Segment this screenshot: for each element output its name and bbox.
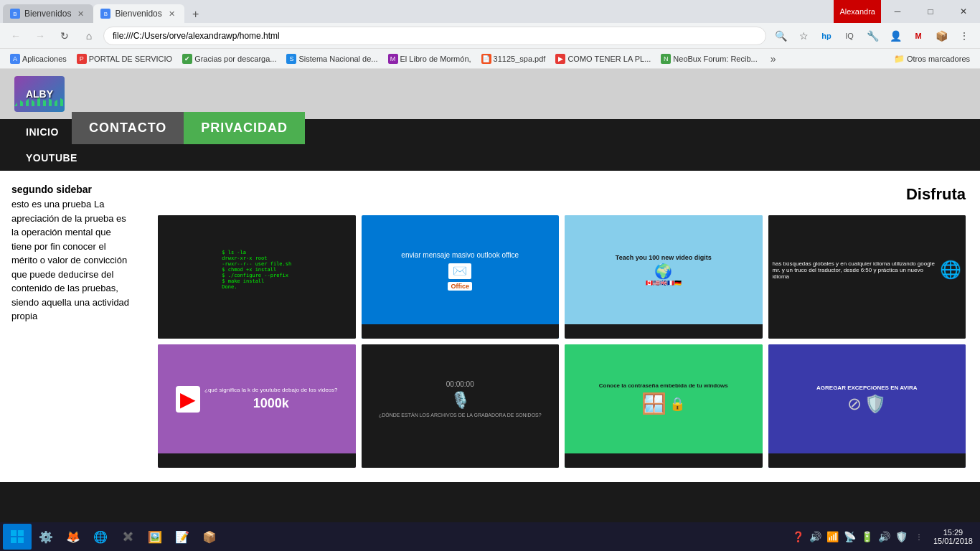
video-thumb-translator[interactable]: has búsquedas globales y en cualquier id… bbox=[768, 215, 966, 339]
tab-1-label: Bienvenidos bbox=[24, 9, 71, 19]
maximize-button[interactable]: □ bbox=[914, 0, 947, 23]
site-nav: INICIO YOUTUBE CONTACTO PRIVACIDAD bbox=[0, 119, 980, 171]
bookmark-gracias[interactable]: ✔ Gracias por descarga... bbox=[178, 52, 281, 65]
audio-time: 00:00:00 bbox=[446, 380, 474, 388]
bookmark-label-6: 31125_spa.pdf bbox=[494, 55, 546, 63]
video-thumb-audio[interactable]: 00:00:00 🎙️ ¿DÓNDE ESTÁN LOS ARCHIVOS DE… bbox=[362, 344, 560, 468]
other-bookmarks-label: Otros marcadores bbox=[907, 55, 970, 63]
video-thumb-windows[interactable]: Conoce la contraseña embebida de tu wind… bbox=[565, 344, 763, 468]
video-thumb-map[interactable]: Teach you 100 new video digits 🌍 🇨🇦🇺🇸🇬🇧🇫… bbox=[565, 215, 763, 339]
toolbar-icons: 🔍 ☆ hp IQ 🔧 👤 M 📦 ⋮ bbox=[771, 26, 974, 46]
search-icon[interactable]: 🔍 bbox=[771, 26, 791, 46]
bookmark-label-3: Gracias por descarga... bbox=[194, 55, 276, 63]
avira-text: AGREGAR EXCEPCIONES EN AVIRA bbox=[816, 385, 917, 391]
address-bar: ← → ↻ ⌂ 🔍 ☆ hp IQ 🔧 👤 M 📦 ⋮ bbox=[0, 23, 980, 49]
bookmark-favicon-3: ✔ bbox=[182, 54, 192, 64]
gmail-icon[interactable]: M bbox=[908, 26, 928, 46]
svg-rect-0 bbox=[11, 530, 17, 536]
thumb-avira-bar bbox=[768, 453, 966, 468]
reload-button[interactable]: ↻ bbox=[55, 26, 75, 46]
taskbar-clock[interactable]: 15:29 15/01/2018 bbox=[929, 528, 977, 537]
office-icon: enviar mensaje masivo outlook office bbox=[400, 250, 520, 260]
browser-titlebar: B Bienvenidos ✕ B Bienvenidos ✕ + Alexan… bbox=[0, 0, 980, 23]
clock-time: 15:29 bbox=[943, 528, 963, 537]
taskbar-editor[interactable]: 📝 bbox=[169, 524, 195, 537]
bookmark-portal[interactable]: P PORTAL DE SERVICIO bbox=[72, 52, 176, 65]
bookmark-pdf[interactable]: 📄 31125_spa.pdf bbox=[477, 52, 550, 65]
taskbar: ⚙️ 🦊 🌐 ✖️ 🖼️ 📝 📦 ❓ 🔊 📶 📡 🔋 🔊 🛡️ ⋮ 15:29 … bbox=[0, 522, 980, 537]
taskbar-xampp[interactable]: ✖️ bbox=[115, 524, 141, 537]
thumb-audio-bar bbox=[362, 453, 560, 468]
tab-1-close[interactable]: ✕ bbox=[75, 9, 86, 19]
bookmark-favicon-7: ▶ bbox=[555, 54, 565, 64]
bookmark-neobux[interactable]: N NeoBux Forum: Recib... bbox=[656, 52, 761, 65]
ext3-icon[interactable]: 📦 bbox=[931, 26, 951, 46]
tab-1-favicon: B bbox=[10, 9, 20, 19]
page-content: ALBY INICIO YOUTUBE CONTACTO PRIVACIDAD … bbox=[0, 69, 980, 522]
other-bookmarks[interactable]: 📁 Otros marcadores bbox=[890, 52, 974, 65]
video-thumb-youtube[interactable]: ▶ ¿qué significa la k de youtube debajo … bbox=[158, 344, 356, 468]
speakers-icon[interactable]: 🔊 bbox=[809, 529, 823, 537]
home-button[interactable]: ⌂ bbox=[79, 26, 99, 46]
nav-inicio[interactable]: INICIO bbox=[14, 119, 70, 145]
more-bookmarks-icon[interactable]: » bbox=[763, 49, 783, 69]
bookmark-label-2: PORTAL DE SERVICIO bbox=[89, 55, 172, 63]
bookmark-star-icon[interactable]: ☆ bbox=[793, 26, 814, 46]
user-avatar-icon[interactable]: 👤 bbox=[885, 26, 905, 46]
signal-icon[interactable]: 📶 bbox=[826, 529, 840, 537]
taskbar-chrome[interactable]: 🌐 bbox=[88, 524, 113, 537]
bookmark-favicon-1: A bbox=[10, 54, 20, 64]
hp-icon[interactable]: hp bbox=[816, 26, 837, 46]
user-badge: Alexandra bbox=[834, 0, 881, 23]
tab-1[interactable]: B Bienvenidos ✕ bbox=[3, 4, 93, 23]
video-thumb-avira[interactable]: AGREGAR EXCEPCIONES EN AVIRA ⊘ 🛡️ bbox=[768, 344, 966, 468]
antivirus-icon[interactable]: 🛡️ bbox=[895, 529, 909, 537]
bookmark-aplicaciones[interactable]: A Aplicaciones bbox=[6, 52, 71, 65]
forward-button[interactable]: → bbox=[30, 26, 50, 46]
privacidad-button[interactable]: PRIVACIDAD bbox=[184, 112, 305, 144]
battery-icon[interactable]: 🔋 bbox=[860, 529, 875, 537]
taskbar-settings[interactable]: ⚙️ bbox=[33, 524, 59, 537]
taskbar-firefox[interactable]: 🦊 bbox=[60, 524, 86, 537]
tab-2-close[interactable]: ✕ bbox=[166, 9, 177, 19]
audio-text: ¿DÓNDE ESTÁN LOS ARCHIVOS DE LA GRABADOR… bbox=[379, 413, 542, 418]
tab-2[interactable]: B Bienvenidos ✕ bbox=[93, 4, 184, 23]
address-input[interactable] bbox=[103, 27, 766, 45]
bookmark-mormon[interactable]: M El Libro de Mormón, bbox=[384, 52, 476, 65]
bookmark-label-1: Aplicaciones bbox=[22, 55, 67, 63]
bookmark-favicon-8: N bbox=[661, 54, 671, 64]
video-thumb-office[interactable]: enviar mensaje masivo outlook office ✉️ … bbox=[362, 215, 560, 339]
bookmark-sistema[interactable]: S Sistema Nacional de... bbox=[282, 52, 382, 65]
ext1-icon[interactable]: IQ bbox=[839, 26, 859, 46]
volume-icon[interactable]: 🔊 bbox=[877, 529, 892, 537]
translator-text: has búsquedas globales y en cualquier id… bbox=[773, 260, 938, 280]
ext2-icon[interactable]: 🔧 bbox=[862, 26, 882, 46]
video-thumb-terminal[interactable]: $ ls -la drwxr-xr-x root -rwxr--r-- user… bbox=[158, 215, 356, 339]
bookmark-youtube[interactable]: ▶ COMO TENER LA PL... bbox=[551, 52, 655, 65]
more-tray-icon[interactable]: ⋮ bbox=[912, 529, 926, 537]
back-button[interactable]: ← bbox=[6, 26, 26, 46]
sidebar-content: esto es una prueba La apreciación de la … bbox=[11, 199, 129, 321]
help-icon[interactable]: ❓ bbox=[791, 529, 806, 537]
contacto-button[interactable]: CONTACTO bbox=[72, 112, 184, 144]
video-grid: $ ls -la drwxr-xr-x root -rwxr--r-- user… bbox=[158, 215, 966, 468]
windows-logo-icon bbox=[10, 529, 24, 537]
disfruta-title: Disfruta bbox=[158, 185, 966, 204]
close-button[interactable]: ✕ bbox=[947, 0, 980, 23]
youtube-k-text: ¿qué significa la k de youtube debajo de… bbox=[204, 387, 337, 411]
thumb-translator-bar bbox=[768, 324, 966, 339]
more-icon[interactable]: ⋮ bbox=[954, 26, 974, 46]
nav-youtube[interactable]: YOUTUBE bbox=[14, 145, 89, 171]
taskbar-archive[interactable]: 📦 bbox=[197, 524, 222, 537]
new-tab-button[interactable]: + bbox=[187, 6, 204, 23]
minimize-button[interactable]: ─ bbox=[881, 0, 914, 23]
thumb-office-bar bbox=[362, 324, 560, 339]
bookmark-label-7: COMO TENER LA PL... bbox=[567, 55, 651, 63]
overlay-buttons: CONTACTO PRIVACIDAD bbox=[72, 112, 305, 144]
start-button[interactable] bbox=[3, 524, 32, 537]
network-icon[interactable]: 📡 bbox=[843, 529, 857, 537]
map-content: Teach you 100 new video digits 🌍 🇨🇦🇺🇸🇬🇧🇫… bbox=[616, 254, 712, 286]
bookmark-favicon-6: 📄 bbox=[481, 54, 491, 64]
windows-text: Conoce la contraseña embebida de tu wind… bbox=[599, 382, 728, 389]
taskbar-photos[interactable]: 🖼️ bbox=[142, 524, 168, 537]
